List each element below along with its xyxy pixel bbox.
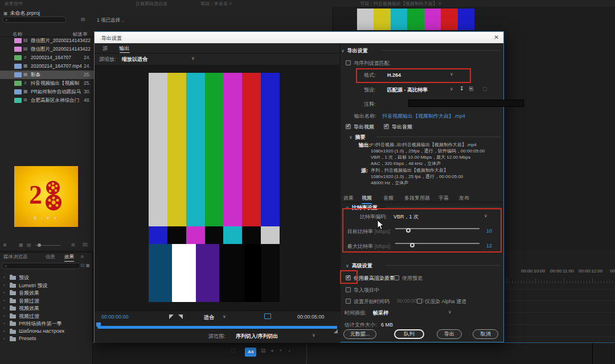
panel-tab-program[interactable]: 节目：抖音视频输出【视频制作大叔】 ≡ (360, 1, 441, 7)
chevron-right-icon[interactable]: › (3, 275, 5, 280)
chevron-right-icon[interactable]: › (3, 290, 5, 295)
thumbnail-zoom-knob[interactable] (38, 243, 41, 247)
panel-tab-audio-mixer[interactable]: 音频剪辑混合器 (136, 1, 167, 7)
import-into-project-checkbox[interactable]: 导入项目中 (346, 287, 379, 294)
tab-effects[interactable]: 效果 (64, 254, 74, 262)
list-view-icon[interactable]: ▤ (81, 16, 85, 22)
chevron-down-icon[interactable]: ∨ (484, 213, 487, 218)
effects-folder-row[interactable]: ›Lumetri 预设 (0, 282, 92, 290)
max-quality-checkbox[interactable]: ✓使用最高渲染质量 (346, 275, 395, 282)
project-thumbnail[interactable]: 2 E I F Y (14, 166, 78, 227)
range-end-marker[interactable] (334, 329, 338, 333)
set-in-point-icon[interactable] (169, 315, 174, 319)
track-mic-icon[interactable]: ♪ (288, 348, 291, 353)
label-color-swatch[interactable] (14, 38, 22, 43)
advanced-settings-header[interactable]: ∨高级设置 (346, 262, 372, 270)
panel-menu-icon[interactable]: ≡ (81, 254, 84, 259)
effects-folder-row[interactable]: ›Шаблоны настроек (0, 328, 92, 336)
chevron-right-icon[interactable]: › (3, 321, 5, 326)
chevron-down-icon[interactable]: ∨ (312, 333, 315, 338)
zoom-fit-value[interactable]: 适合 (204, 314, 214, 321)
comment-input[interactable] (408, 100, 524, 107)
close-icon[interactable]: ✕ (494, 34, 499, 40)
effects-search-input[interactable]: ⌕ (2, 263, 80, 269)
effects-folder-row[interactable]: ›PR转场插件第一季 (0, 320, 92, 328)
export-audio-checkbox[interactable]: ✓导出音频 (384, 123, 412, 131)
settings-tab-1[interactable]: 效果 (343, 195, 354, 202)
target-bitrate-knob[interactable] (406, 228, 411, 233)
delete-icon[interactable]: ⌧ (83, 242, 88, 247)
effects-folder-row[interactable]: ›Presets (0, 336, 92, 344)
new-preset-bin-icon[interactable]: ⊡ (81, 263, 85, 268)
effects-folder-row[interactable]: ›预设 (0, 274, 92, 282)
panel-tab-effect-controls[interactable]: 效果控件 (5, 1, 23, 7)
settings-tab-6[interactable]: 发布 (459, 195, 469, 202)
settings-tab-3[interactable]: 音频 (383, 195, 393, 202)
source-range-value[interactable]: 序列切入/序列切出 (236, 333, 278, 340)
track-sync-icon[interactable]: ▤ (261, 348, 266, 353)
format-dropdown[interactable]: H.264 (387, 72, 401, 78)
icon-view-icon[interactable]: ▦ (19, 242, 23, 247)
time-interpolation-dropdown[interactable]: 帧采样 (373, 310, 388, 316)
track-lock-icon[interactable]: ⬚ (231, 348, 236, 353)
effects-folder-row[interactable]: ›视频效果 (0, 305, 92, 313)
alpha-only-checkbox[interactable]: 仅渲染 Alpha 通道 (417, 298, 466, 305)
new-custom-bin-icon[interactable]: ▣ (85, 263, 90, 268)
bitrate-settings-header[interactable]: ∨比特率设置 (346, 204, 378, 212)
project-search-input[interactable]: ⌕ (2, 16, 66, 23)
effects-folder-row[interactable]: ›音频效果 (0, 289, 92, 297)
chevron-right-icon[interactable]: › (3, 329, 5, 334)
settings-tab-2[interactable]: 视频 (362, 195, 372, 204)
save-preset-icon[interactable]: ↧ (460, 86, 464, 92)
output-name-link[interactable]: 抖音视频输出【视频制作大叔】.mp4 (382, 113, 465, 119)
match-sequence-checkbox[interactable]: 与序列设置匹配 (346, 60, 390, 67)
chevron-right-icon[interactable]: › (3, 305, 5, 311)
tab-source[interactable]: 源 (102, 46, 108, 51)
preview-scrubber[interactable] (98, 326, 337, 329)
chevron-right-icon[interactable]: › (3, 283, 5, 288)
label-color-swatch[interactable] (14, 89, 22, 94)
chevron-down-icon[interactable]: ∨ (191, 56, 195, 61)
export-button[interactable]: 导出 (437, 329, 462, 339)
import-preset-icon[interactable]: ⎘ (469, 86, 473, 92)
chevron-down-icon[interactable]: ∨ (450, 86, 453, 92)
queue-button[interactable]: 队列 (394, 329, 424, 339)
effects-folder-row[interactable]: ›视频过渡 (0, 313, 92, 321)
settings-tab-5[interactable]: 字幕 (438, 195, 449, 202)
list-view-icon[interactable]: ▤ (27, 242, 31, 247)
max-bitrate-knob[interactable] (410, 243, 415, 247)
track-solo-icon[interactable]: ▪ (280, 348, 281, 353)
label-color-swatch[interactable] (14, 55, 22, 60)
export-settings-header[interactable]: ∨导出设置 (341, 47, 368, 55)
label-color-swatch[interactable] (14, 72, 22, 77)
source-scaling-value[interactable]: 缩放以适合 (122, 56, 147, 62)
chevron-down-icon[interactable]: ∨ (223, 314, 226, 319)
cancel-button[interactable]: 取消 (473, 329, 498, 339)
chevron-right-icon[interactable]: › (3, 336, 5, 341)
bitrate-encoding-dropdown[interactable]: VBR，1 次 (393, 214, 419, 220)
chevron-down-icon[interactable]: ∨ (450, 72, 453, 77)
metadata-button[interactable]: 元数据... (343, 329, 376, 339)
tab-media-browser[interactable]: 媒体浏览器 (3, 254, 28, 260)
label-color-swatch[interactable] (14, 64, 22, 69)
chevron-down-icon[interactable]: ∨ (448, 309, 452, 315)
effects-folder-row[interactable]: ›音频过渡 (0, 297, 92, 305)
tab-output[interactable]: 输出 (120, 46, 130, 53)
label-color-swatch[interactable] (14, 81, 22, 86)
label-color-swatch[interactable] (14, 47, 22, 52)
track-monitor-icon[interactable]: ◂ (270, 348, 273, 353)
chevron-right-icon[interactable]: › (3, 298, 5, 303)
crop-icon[interactable] (264, 313, 271, 319)
label-color-swatch[interactable] (14, 98, 22, 103)
tab-info[interactable]: 信息 (46, 254, 55, 260)
preset-dropdown[interactable]: 匹配源 - 高比特率 (387, 87, 428, 93)
delete-preset-icon[interactable]: ▢ (482, 86, 487, 92)
track-target-badge[interactable]: A4 (245, 348, 256, 357)
chevron-right-icon[interactable]: › (3, 313, 5, 318)
set-out-point-icon[interactable] (178, 315, 183, 319)
start-timecode-checkbox[interactable]: 设置开始时间码 (346, 298, 390, 305)
use-previews-checkbox[interactable]: 使用预览 (394, 275, 423, 282)
readout-icon[interactable]: ≣ (3, 242, 7, 247)
dialog-title-bar[interactable]: 导出设置 ✕ (95, 32, 503, 43)
current-timecode[interactable]: 00:00:00:00 (101, 314, 129, 320)
